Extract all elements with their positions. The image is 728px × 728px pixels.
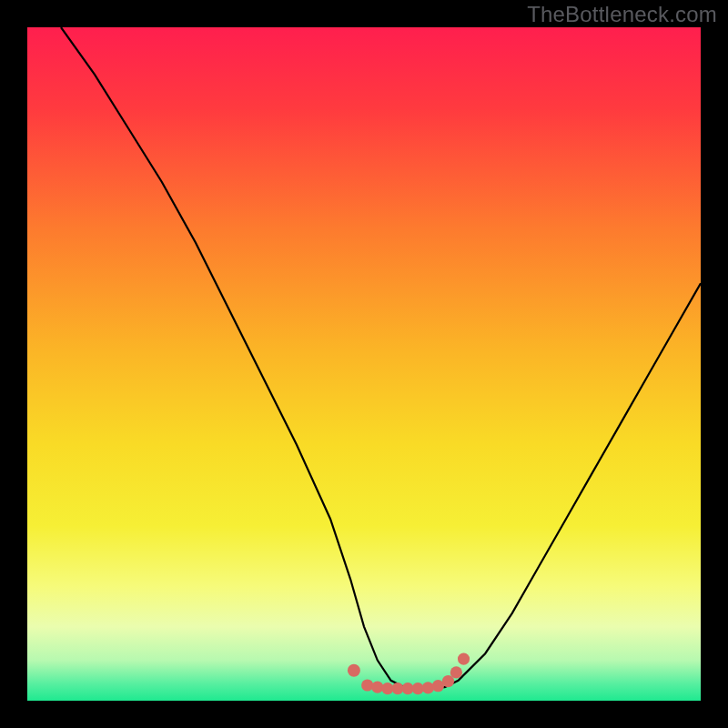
sweet-spot-dot [458, 653, 470, 665]
sweet-spot-dot [371, 682, 383, 693]
sweet-spot-dot [361, 679, 373, 691]
sweet-spot-dot [450, 666, 462, 678]
chart-frame [27, 27, 701, 701]
sweet-spot-dot [422, 682, 434, 693]
sweet-spot-dots [348, 653, 470, 695]
sweet-spot-dot [348, 664, 360, 677]
watermark-text: TheBottleneck.com [527, 2, 717, 27]
bottleneck-curve [27, 27, 701, 701]
